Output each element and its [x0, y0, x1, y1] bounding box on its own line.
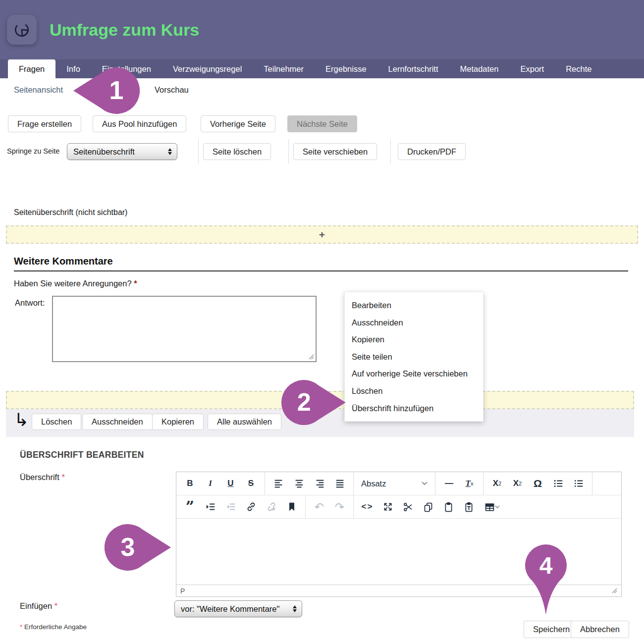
callout-2-pin: 2	[280, 380, 347, 425]
vorherige-seite-button[interactable]: Vorherige Seite	[201, 115, 275, 132]
edit-section-title: ÜBERSCHRIFT BEARBEITEN	[20, 450, 144, 460]
editor-toolbar-row-1: B I U S Absatz —	[176, 472, 621, 495]
tab-teilnehmer[interactable]: Teilnehmer	[253, 59, 315, 78]
cut-icon[interactable]	[398, 497, 418, 516]
subtab-vorschau[interactable]: Vorschau	[155, 85, 189, 95]
element-context-menu: Bearbeiten Ausschneiden Kopieren Seite t…	[344, 292, 483, 422]
resize-handle-icon[interactable]	[309, 354, 314, 360]
indent-icon[interactable]	[200, 497, 220, 516]
align-right-icon[interactable]	[309, 474, 329, 493]
menu-item-seite-teilen[interactable]: Seite teilen	[345, 348, 483, 366]
required-star: *	[134, 279, 137, 288]
unlink-icon	[261, 497, 281, 516]
undo-group: ↶ ↷	[306, 495, 354, 518]
subscript-icon[interactable]: X2	[487, 474, 507, 493]
svg-text:1: 1	[109, 76, 124, 105]
drucken-pdf-button[interactable]: Drucken/PDF	[398, 143, 466, 160]
app-logo	[7, 15, 37, 45]
antwort-textarea[interactable]	[52, 296, 317, 362]
required-star: *	[61, 473, 64, 482]
einfuegen-position-select[interactable]: vor: "Weitere Kommentare"	[174, 600, 302, 617]
paste-icon[interactable]	[438, 497, 459, 516]
clear-formatting-icon[interactable]: Tx	[459, 474, 480, 493]
selection-loeschen-button[interactable]: Löschen	[32, 414, 81, 430]
springe-zu-seite-label: Springe zu Seite	[7, 147, 59, 155]
aus-pool-hinzufuegen-button[interactable]: Aus Pool hinzufügen	[93, 115, 186, 132]
menu-item-kopieren[interactable]: Kopieren	[345, 331, 483, 348]
insert-group-1: — Tx	[435, 472, 483, 495]
italic-icon[interactable]: I	[200, 474, 220, 493]
blockquote-icon[interactable]: ”	[180, 497, 200, 516]
chevron-down-icon	[495, 505, 500, 509]
bold-icon[interactable]: B	[180, 474, 200, 493]
tab-rechte[interactable]: Rechte	[555, 59, 602, 78]
callout-1-pin: 1	[73, 67, 140, 114]
springe-zu-seite-select-value: Seitenüberschrift	[73, 147, 135, 157]
toolbar-divider	[288, 139, 289, 164]
page-title: Umfrage zum Kurs	[50, 20, 199, 40]
selection-kopieren-button[interactable]: Kopieren	[152, 414, 204, 430]
toolbar-spacer	[592, 472, 621, 495]
bullet-list-icon[interactable]	[548, 474, 568, 493]
required-star: *	[54, 601, 57, 610]
numbered-list-icon[interactable]	[568, 474, 589, 493]
editor-toolbar-row-2: ” ↶ ↷ <>	[176, 495, 621, 519]
resize-handle-icon[interactable]	[612, 588, 617, 593]
antwort-label: Antwort:	[15, 298, 45, 308]
svg-text:3: 3	[121, 533, 135, 561]
tab-export[interactable]: Export	[509, 59, 555, 78]
block-group: ”	[176, 495, 306, 518]
strikethrough-icon[interactable]: S	[241, 474, 261, 493]
align-center-icon[interactable]	[289, 474, 309, 493]
tab-verzweigungsregel[interactable]: Verzweigungsregel	[162, 59, 253, 78]
align-group	[265, 472, 354, 495]
question-section-title: Weitere Kommentare	[14, 256, 113, 267]
menu-item-ausschneiden[interactable]: Ausschneiden	[345, 314, 483, 331]
paste-as-text-icon[interactable]	[459, 497, 479, 516]
tab-metadaten[interactable]: Metadaten	[449, 59, 509, 78]
source-code-icon[interactable]: <>	[357, 497, 377, 516]
superscript-icon[interactable]: X2	[507, 474, 528, 493]
seite-loeschen-button[interactable]: Seite löschen	[203, 143, 271, 160]
format-group: B I U S	[176, 472, 265, 495]
subtab-seitenansicht[interactable]: Seitenansicht	[14, 85, 63, 95]
ueberschrift-label: Überschrift *	[20, 473, 65, 482]
align-left-icon[interactable]	[268, 474, 289, 493]
add-element-dropzone[interactable]: +	[6, 225, 638, 244]
special-character-icon[interactable]: Ω	[528, 474, 548, 493]
app-header: Umfrage zum Kurs	[0, 0, 644, 59]
menu-item-ueberschrift-hinzufuegen[interactable]: Überschrift hinzufügen	[345, 400, 483, 417]
undo-icon: ↶	[309, 497, 329, 516]
plus-icon[interactable]: +	[319, 229, 325, 241]
svg-text:2: 2	[297, 388, 311, 416]
toolbar-divider	[390, 139, 391, 164]
fullscreen-icon[interactable]	[377, 497, 398, 516]
springe-zu-seite-select[interactable]: Seitenüberschrift	[67, 143, 177, 160]
menu-item-auf-vorherige-seite[interactable]: Auf vorherige Seite verschieben	[345, 365, 483, 382]
justify-icon[interactable]	[329, 474, 350, 493]
question-text: Haben Sie weitere Anregungen? *	[14, 279, 137, 288]
tab-lernfortschritt[interactable]: Lernfortschritt	[377, 59, 449, 78]
redo-icon: ↷	[329, 497, 350, 516]
seite-verschieben-button[interactable]: Seite verschieben	[293, 143, 377, 160]
link-icon[interactable]	[241, 497, 261, 516]
menu-item-loeschen[interactable]: Löschen	[345, 382, 483, 400]
selection-alle-auswaehlen-button[interactable]: Alle auswählen	[208, 414, 281, 430]
underline-icon[interactable]: U	[220, 474, 241, 493]
callout-4-pin: 4	[523, 544, 569, 616]
select-spinner-icon	[168, 148, 172, 155]
selection-arrow-icon: ↳	[14, 410, 29, 430]
horizontal-rule-icon[interactable]: —	[439, 474, 459, 493]
anchor-bookmark-icon[interactable]	[281, 497, 302, 516]
section-divider	[14, 270, 628, 271]
abbrechen-button[interactable]: Abbrechen	[571, 621, 629, 638]
frage-erstellen-button[interactable]: Frage erstellen	[8, 115, 81, 132]
tab-fragen[interactable]: Fragen	[8, 59, 55, 78]
paragraph-format-select[interactable]: Absatz	[357, 474, 431, 493]
menu-item-bearbeiten[interactable]: Bearbeiten	[345, 297, 483, 314]
tab-ergebnisse[interactable]: Ergebnisse	[315, 59, 377, 78]
table-icon[interactable]	[479, 497, 505, 516]
char-group: X2 X2 Ω	[483, 472, 592, 495]
copy-icon[interactable]	[418, 497, 438, 516]
selection-ausschneiden-button[interactable]: Ausschneiden	[82, 414, 153, 430]
